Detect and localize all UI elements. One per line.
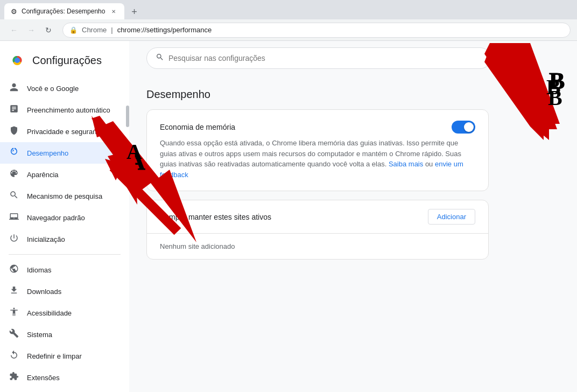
sidebar-label-accessibility: Acessibilidade	[27, 309, 72, 317]
sidebar-label-reset: Redefinir e limpar	[27, 352, 82, 360]
shield-icon	[9, 125, 19, 137]
sidebar-item-you-google[interactable]: Você e o Google	[0, 78, 125, 99]
sidebar-item-reset[interactable]: Redefinir e limpar	[0, 345, 125, 367]
monitor-icon	[9, 212, 19, 223]
url-separator: |	[111, 26, 112, 34]
sidebar-label-privacy: Privacidade e segurança	[27, 128, 104, 136]
sidebar-item-default-browser[interactable]: Navegador padrão	[0, 207, 125, 228]
sidebar: Configurações Você e o Google Preenchime…	[0, 41, 129, 392]
back-button[interactable]: ←	[6, 23, 22, 38]
memory-card-description: Quando essa opção está ativada, o Chrome…	[160, 138, 475, 180]
forward-button[interactable]: →	[24, 23, 39, 38]
sites-header: Sempre manter estes sites ativos Adicion…	[147, 200, 488, 233]
sidebar-divider	[9, 254, 121, 255]
autofill-icon	[9, 104, 19, 116]
sidebar-item-performance[interactable]: Desempenho	[0, 142, 125, 164]
search-icon	[156, 53, 164, 64]
sidebar-item-autofill[interactable]: Preenchimento automático	[0, 99, 125, 121]
memory-toggle[interactable]	[452, 121, 475, 134]
add-site-button[interactable]: Adicionar	[428, 209, 475, 225]
sites-section: Sempre manter estes sites ativos Adicion…	[146, 200, 489, 260]
sidebar-title: Configurações	[32, 54, 102, 67]
memory-saver-card: Economia de memória Quando essa opção es…	[146, 109, 489, 191]
wrench-icon	[9, 328, 19, 340]
search-input[interactable]	[168, 54, 482, 62]
scrollbar-track	[126, 41, 129, 392]
sidebar-item-system[interactable]: Sistema	[0, 324, 125, 345]
sidebar-label-system: Sistema	[27, 331, 52, 339]
sidebar-label-performance: Desempenho	[27, 149, 68, 157]
content-inner: Desempenho Economia de memória Quando es…	[129, 75, 506, 272]
tab-bar: ⚙ Configurações: Desempenho ✕ +	[4, 0, 142, 19]
performance-icon	[9, 147, 19, 159]
chrome-logo	[9, 52, 26, 69]
download-icon	[9, 285, 19, 297]
sidebar-label-extensions: Extensões	[27, 374, 60, 382]
nav-buttons: ← → ↻	[6, 23, 56, 38]
toggle-thumb	[464, 122, 474, 132]
sidebar-label-autofill: Preenchimento automático	[27, 106, 110, 114]
search-nav-icon	[9, 190, 19, 202]
memory-card-title: Economia de memória	[160, 123, 235, 131]
content-area: Desempenho Economia de memória Quando es…	[129, 41, 577, 392]
sites-title: Sempre manter estes sites ativos	[160, 213, 271, 221]
tab-close-button[interactable]: ✕	[109, 7, 118, 16]
sidebar-item-languages[interactable]: Idiomas	[0, 259, 125, 281]
sidebar-label-startup: Inicialização	[27, 235, 65, 243]
search-bar-wrapper	[129, 41, 577, 75]
scrollbar-thumb[interactable]	[126, 106, 129, 127]
accessibility-icon	[9, 307, 19, 319]
address-bar: ← → ↻ 🔒 Chrome | chrome://settings/perfo…	[0, 19, 577, 41]
url-chrome-text: Chrome	[82, 26, 107, 34]
sidebar-label-downloads: Downloads	[27, 288, 61, 296]
sidebar-item-startup[interactable]: Inicialização	[0, 228, 125, 250]
svg-point-2	[15, 58, 20, 63]
no-sites-message: Nenhum site adicionado	[147, 234, 488, 259]
globe-icon	[9, 264, 19, 276]
search-bar[interactable]	[146, 47, 491, 69]
reload-button[interactable]: ↻	[41, 23, 56, 38]
sidebar-item-privacy[interactable]: Privacidade e segurança	[0, 121, 125, 142]
reset-icon	[9, 350, 19, 362]
tab-title: Configurações: Desempenho	[22, 8, 105, 15]
extensions-icon	[9, 372, 19, 383]
url-secure-icon: 🔒	[69, 26, 78, 34]
titlebar: ⚙ Configurações: Desempenho ✕ +	[0, 0, 577, 19]
url-bar[interactable]: 🔒 Chrome | chrome://settings/performance	[62, 23, 571, 38]
sidebar-item-appearance[interactable]: Aparência	[0, 164, 125, 185]
sidebar-label-languages: Idiomas	[27, 266, 52, 274]
sidebar-label-you-google: Você e o Google	[27, 85, 79, 93]
url-path: chrome://settings/performance	[117, 26, 212, 34]
tab-favicon: ⚙	[11, 8, 17, 16]
person-icon	[9, 82, 19, 94]
section-title: Desempenho	[146, 88, 489, 101]
memory-card-header: Economia de memória	[160, 121, 475, 134]
palette-icon	[9, 169, 19, 180]
startup-icon	[9, 233, 19, 245]
sidebar-item-accessibility[interactable]: Acessibilidade	[0, 302, 125, 324]
sidebar-label-appearance: Aparência	[27, 171, 59, 179]
sidebar-header: Configurações	[0, 45, 129, 78]
sidebar-item-extensions[interactable]: Extensões	[0, 367, 125, 388]
sidebar-label-search: Mecanismo de pesquisa	[27, 192, 102, 200]
sidebar-item-search[interactable]: Mecanismo de pesquisa	[0, 185, 125, 207]
main-layout: Configurações Você e o Google Preenchime…	[0, 41, 577, 392]
learn-more-link[interactable]: Saiba mais	[389, 160, 423, 168]
active-tab[interactable]: ⚙ Configurações: Desempenho ✕	[4, 3, 124, 19]
new-tab-button[interactable]: +	[126, 4, 142, 19]
sidebar-item-downloads[interactable]: Downloads	[0, 281, 125, 302]
sidebar-label-default-browser: Navegador padrão	[27, 214, 85, 222]
